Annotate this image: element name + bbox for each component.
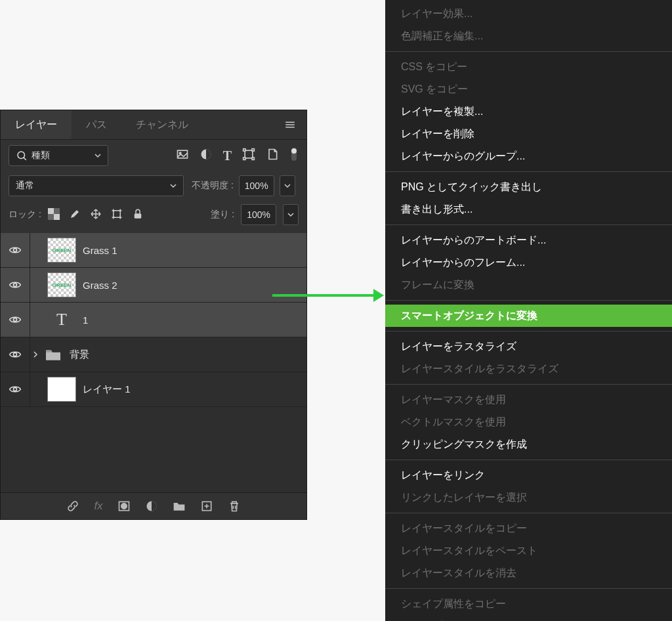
layer-thumbnail[interactable] (47, 377, 76, 402)
filter-kind-dropdown[interactable]: 種類 (9, 145, 108, 166)
svg-point-35 (121, 503, 126, 509)
menu-item[interactable]: レイヤーからのフレーム... (385, 251, 672, 274)
visibility-toggle[interactable] (1, 372, 30, 406)
menu-item: CSS をコピー (385, 56, 672, 78)
svg-rect-16 (54, 214, 60, 220)
layer-name[interactable]: レイヤー 1 (83, 383, 131, 396)
menu-separator (385, 384, 672, 385)
menu-item: レイヤー効果... (385, 3, 672, 25)
layer-item-bg-group[interactable]: 背景 (1, 337, 306, 372)
menu-item: ベクトルマスクを使用 (385, 411, 672, 433)
blend-mode-dropdown[interactable]: 通常 (9, 175, 184, 196)
delete-layer-icon[interactable] (228, 500, 241, 513)
svg-rect-8 (245, 150, 253, 158)
svg-point-3 (18, 152, 25, 159)
menu-item: レイヤースタイルをコピー (385, 517, 672, 540)
layer-thumbnail[interactable]: GREEN (47, 238, 76, 263)
menu-item[interactable]: クリッピングマスクを作成 (385, 433, 672, 456)
filter-kind-label: 種類 (32, 150, 50, 161)
menu-item: レイヤースタイルをラスタライズ (385, 358, 672, 380)
layer-name[interactable]: Grass 1 (83, 245, 117, 256)
lock-pixels-icon[interactable] (69, 208, 81, 222)
layer-item-type1[interactable]: T 1 (1, 303, 306, 337)
filter-toggle-icon[interactable] (289, 146, 299, 165)
svg-point-32 (14, 353, 17, 356)
menu-item[interactable]: レイヤーをリンク (385, 464, 672, 486)
panel-menu-icon[interactable] (274, 110, 306, 139)
layer-item-grass1[interactable]: GREEN Grass 1 (1, 233, 306, 268)
filter-shape-icon[interactable] (242, 148, 255, 163)
tab-layers[interactable]: レイヤー (1, 110, 72, 139)
svg-rect-11 (243, 158, 245, 160)
svg-line-4 (24, 158, 26, 160)
menu-item: レイヤースタイルを消去 (385, 562, 672, 584)
menu-item[interactable]: レイヤーからのアートボード... (385, 229, 672, 251)
layer-name[interactable]: 1 (83, 314, 88, 326)
menu-item[interactable]: PNG としてクイック書き出し (385, 176, 672, 198)
add-mask-icon[interactable] (117, 500, 131, 513)
menu-item[interactable]: レイヤーからのグループ... (385, 145, 672, 167)
layer-thumbnail[interactable]: GREEN (47, 272, 76, 297)
filter-adjustment-icon[interactable] (200, 148, 213, 163)
menu-item[interactable]: レイヤーをラスタライズ (385, 335, 672, 358)
menu-separator (385, 513, 672, 513)
panel-bottom-bar: fx (1, 492, 306, 519)
menu-item[interactable]: 書き出し形式... (385, 198, 672, 221)
fill-chevron[interactable] (283, 204, 299, 225)
group-expand-icon[interactable] (30, 351, 41, 358)
svg-rect-15 (48, 208, 54, 214)
layer-name[interactable]: 背景 (70, 349, 89, 361)
layer-name[interactable]: Grass 2 (83, 280, 117, 291)
opacity-value[interactable]: 100% (239, 175, 274, 196)
lock-label: ロック : (9, 209, 41, 221)
layer-style-icon[interactable]: fx (94, 500, 102, 513)
menu-item: レイヤーマスクを使用 (385, 389, 672, 411)
visibility-toggle[interactable] (1, 268, 30, 302)
menu-item[interactable]: レイヤーを削除 (385, 123, 672, 145)
lock-all-icon[interactable] (132, 208, 144, 222)
fill-value[interactable]: 100% (241, 204, 276, 225)
visibility-toggle[interactable] (1, 233, 30, 267)
layer-list-empty (1, 407, 306, 492)
lock-artboard-icon[interactable] (111, 208, 123, 222)
link-layers-icon[interactable] (66, 500, 79, 513)
svg-rect-12 (252, 158, 254, 160)
filter-smartobject-icon[interactable] (266, 148, 279, 163)
svg-point-29 (14, 249, 17, 252)
new-layer-icon[interactable] (200, 500, 213, 513)
type-layer-icon[interactable]: T (47, 307, 76, 332)
menu-item[interactable]: レイヤーを複製... (385, 100, 672, 123)
lock-transparency-icon[interactable] (48, 208, 60, 222)
blend-row: 通常 不透明度 : 100% (1, 171, 306, 200)
menu-separator (385, 460, 672, 460)
menu-separator (385, 588, 672, 589)
menu-item: リンクしたレイヤーを選択 (385, 486, 672, 509)
svg-rect-18 (48, 214, 54, 220)
svg-rect-28 (135, 213, 142, 219)
lock-row: ロック : 塗り : 100% (1, 200, 306, 233)
visibility-toggle[interactable] (1, 337, 30, 372)
menu-separator (385, 225, 672, 225)
folder-icon (43, 347, 63, 362)
visibility-toggle[interactable] (1, 303, 30, 337)
menu-item[interactable]: スマートオブジェクトに変換 (385, 305, 672, 327)
layers-panel: レイヤー パス チャンネル 種類 T 通常 不透明度 : 10 (0, 110, 307, 520)
layer-item-grass2[interactable]: GREEN Grass 2 (1, 268, 306, 303)
adjustment-layer-icon[interactable] (145, 500, 158, 513)
opacity-chevron[interactable] (280, 175, 295, 196)
layer-context-menu: レイヤー効果...色調補正を編集...CSS をコピーSVG をコピーレイヤーを… (385, 0, 672, 621)
menu-item: SVG をコピー (385, 78, 672, 100)
filter-type-icon[interactable]: T (223, 148, 232, 163)
tab-channels[interactable]: チャンネル (121, 110, 203, 139)
filter-pixel-icon[interactable] (176, 148, 189, 163)
layer-item-layer1[interactable]: レイヤー 1 (1, 372, 306, 407)
menu-item: 色調補正を編集... (385, 25, 672, 47)
lock-position-icon[interactable] (90, 208, 102, 222)
new-group-icon[interactable] (173, 500, 186, 513)
panel-tabs: レイヤー パス チャンネル (1, 110, 306, 140)
menu-separator (385, 331, 672, 332)
menu-separator (385, 300, 672, 301)
tab-paths[interactable]: パス (72, 110, 121, 139)
menu-item: シェイプ属性をコピー (385, 593, 672, 615)
menu-item: フレームに変換 (385, 274, 672, 296)
